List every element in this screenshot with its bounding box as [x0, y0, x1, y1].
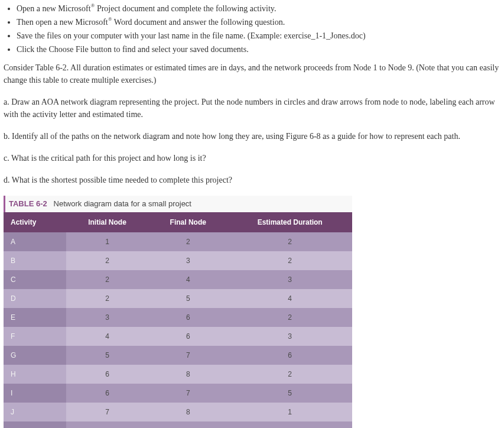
cell-duration: 5 — [227, 384, 352, 403]
instr-text: Save the files on your computer with you… — [17, 31, 366, 40]
cell-initial: 3 — [66, 308, 148, 327]
cell-initial: 6 — [66, 384, 148, 403]
cell-initial: 4 — [66, 327, 148, 346]
cell-initial: 1 — [66, 232, 148, 251]
table-row: B232 — [4, 251, 352, 270]
instr-post: Word document and answer the following q… — [112, 18, 285, 27]
instruction-list: Open a new Microsoft® Project document a… — [4, 2, 500, 56]
cell-duration: 2 — [227, 365, 352, 384]
table-label: TABLE 6-2 — [9, 199, 47, 208]
cell-duration: 3 — [227, 270, 352, 289]
table-row: H682 — [4, 365, 352, 384]
list-item: Save the files on your computer with you… — [17, 30, 500, 42]
question-d: d. What is the shortest possible time ne… — [4, 174, 500, 186]
list-item: Then open a new Microsoft® Word document… — [17, 16, 500, 28]
table-row: J781 — [4, 403, 352, 421]
cell-final: 5 — [148, 289, 227, 308]
table-title: TABLE 6-2 Network diagram data for a sma… — [4, 196, 352, 212]
cell-initial: 2 — [66, 289, 148, 308]
cell-activity: H — [4, 365, 66, 384]
list-item: Click the Choose File button to find and… — [17, 43, 500, 56]
cell-final: 4 — [148, 270, 227, 289]
table-row: F463 — [4, 327, 352, 346]
question-a: a. Draw an AOA network diagram represent… — [4, 96, 500, 121]
table-row: I675 — [4, 384, 352, 403]
cell-duration: 6 — [227, 346, 352, 365]
cell-initial: 7 — [66, 403, 148, 421]
cell-activity: K — [4, 421, 66, 429]
question-b: b. Identify all of the paths on the netw… — [4, 130, 500, 142]
th-activity: Activity — [4, 212, 66, 232]
cell-activity: A — [4, 232, 66, 251]
instr-post: Project document and complete the follow… — [95, 4, 276, 13]
question-c: c. What is the critical path for this pr… — [4, 152, 500, 164]
cell-duration: 2 — [227, 232, 352, 251]
th-duration: Estimated Duration — [227, 212, 352, 232]
intro-paragraph: Consider Table 6-2. All duration estimat… — [4, 61, 500, 86]
cell-initial: 2 — [66, 270, 148, 289]
cell-final: 3 — [148, 251, 227, 270]
cell-duration: 2 — [227, 251, 352, 270]
cell-final: 9 — [148, 421, 227, 429]
cell-initial: 6 — [66, 365, 148, 384]
cell-activity: I — [4, 384, 66, 403]
cell-duration: 2 — [227, 308, 352, 327]
cell-final: 6 — [148, 327, 227, 346]
data-table: Activity Initial Node Final Node Estimat… — [4, 212, 352, 429]
table-header-row: Activity Initial Node Final Node Estimat… — [4, 212, 352, 232]
cell-activity: F — [4, 327, 66, 346]
cell-duration: 4 — [227, 289, 352, 308]
registered-icon: ® — [108, 16, 112, 22]
cell-activity: C — [4, 270, 66, 289]
cell-initial: 8 — [66, 421, 148, 429]
instr-text: Click the Choose File button to find and… — [17, 45, 249, 54]
th-initial: Initial Node — [66, 212, 148, 232]
table-row: A122 — [4, 232, 352, 251]
cell-initial: 2 — [66, 251, 148, 270]
cell-final: 8 — [148, 403, 227, 421]
instr-pre: Open a new Microsoft — [17, 4, 91, 13]
registered-icon: ® — [91, 2, 95, 8]
cell-duration: 1 — [227, 403, 352, 421]
cell-final: 8 — [148, 365, 227, 384]
cell-activity: E — [4, 308, 66, 327]
cell-activity: D — [4, 289, 66, 308]
instr-pre: Then open a new Microsoft — [17, 18, 108, 27]
cell-activity: G — [4, 346, 66, 365]
cell-duration: 3 — [227, 327, 352, 346]
table-row: C243 — [4, 270, 352, 289]
cell-final: 7 — [148, 346, 227, 365]
cell-activity: J — [4, 403, 66, 421]
table-row: D254 — [4, 289, 352, 308]
list-item: Open a new Microsoft® Project document a… — [17, 2, 500, 15]
cell-activity: B — [4, 251, 66, 270]
table-caption: Network diagram data for a small project — [54, 199, 191, 208]
cell-initial: 5 — [66, 346, 148, 365]
cell-final: 7 — [148, 384, 227, 403]
th-final: Final Node — [148, 212, 227, 232]
cell-final: 2 — [148, 232, 227, 251]
table-row: G576 — [4, 346, 352, 365]
table-container: TABLE 6-2 Network diagram data for a sma… — [4, 196, 352, 428]
table-row: E362 — [4, 308, 352, 327]
cell-duration: 2 — [227, 421, 352, 429]
cell-final: 6 — [148, 308, 227, 327]
table-row: K892 — [4, 421, 352, 429]
